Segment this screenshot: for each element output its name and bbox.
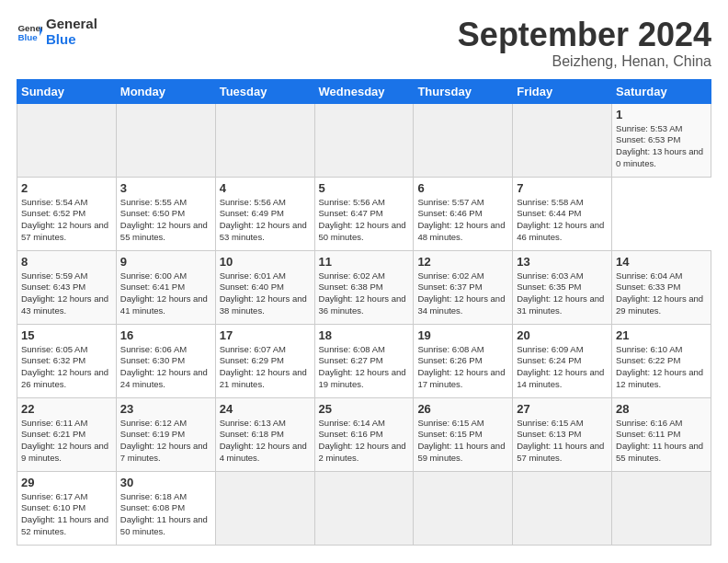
day-cell: 26Sunrise: 6:15 AMSunset: 6:15 PMDayligh… [414, 397, 513, 471]
day-cell: 15Sunrise: 6:05 AMSunset: 6:32 PMDayligh… [17, 324, 117, 397]
day-info: Sunrise: 6:04 AMSunset: 6:33 PMDaylight:… [616, 270, 707, 317]
day-number: 21 [616, 328, 707, 342]
day-info: Sunrise: 5:56 AMSunset: 6:49 PMDaylight:… [220, 197, 311, 244]
day-number: 26 [417, 402, 508, 416]
day-cell: 30Sunrise: 6:18 AMSunset: 6:08 PMDayligh… [116, 471, 215, 545]
day-number: 6 [417, 181, 508, 195]
day-number: 8 [21, 255, 112, 269]
day-info: Sunrise: 5:56 AMSunset: 6:47 PMDaylight:… [319, 197, 410, 244]
day-info: Sunrise: 5:58 AMSunset: 6:44 PMDaylight:… [517, 197, 608, 244]
day-info: Sunrise: 6:18 AMSunset: 6:08 PMDaylight:… [120, 491, 211, 538]
day-number: 30 [120, 476, 211, 489]
day-info: Sunrise: 6:08 AMSunset: 6:27 PMDaylight:… [319, 344, 410, 391]
empty-cell [314, 103, 414, 177]
day-cell: 12Sunrise: 6:02 AMSunset: 6:37 PMDayligh… [414, 250, 513, 324]
day-cell: 21Sunrise: 6:10 AMSunset: 6:22 PMDayligh… [612, 324, 711, 397]
day-info: Sunrise: 5:55 AMSunset: 6:50 PMDaylight:… [120, 197, 211, 244]
week-row: 15Sunrise: 6:05 AMSunset: 6:32 PMDayligh… [17, 324, 711, 397]
header-cell-monday: Monday [116, 79, 215, 103]
day-cell: 17Sunrise: 6:07 AMSunset: 6:29 PMDayligh… [215, 324, 314, 397]
day-cell: 25Sunrise: 6:14 AMSunset: 6:16 PMDayligh… [314, 397, 414, 471]
day-number: 2 [21, 181, 112, 195]
day-cell: 20Sunrise: 6:09 AMSunset: 6:24 PMDayligh… [513, 324, 612, 397]
day-info: Sunrise: 6:17 AMSunset: 6:10 PMDaylight:… [21, 491, 112, 538]
day-number: 16 [120, 328, 211, 342]
day-number: 1 [616, 108, 707, 121]
day-cell: 27Sunrise: 6:15 AMSunset: 6:13 PMDayligh… [513, 397, 612, 471]
month-title: September 2024 [458, 17, 711, 53]
day-number: 20 [517, 328, 608, 342]
day-info: Sunrise: 6:10 AMSunset: 6:22 PMDaylight:… [616, 344, 707, 391]
logo-blue: Blue [46, 32, 97, 48]
day-cell: 5Sunrise: 5:56 AMSunset: 6:47 PMDaylight… [314, 177, 414, 250]
empty-cell [17, 103, 117, 177]
day-cell: 6Sunrise: 5:57 AMSunset: 6:46 PMDaylight… [414, 177, 513, 250]
header-cell-wednesday: Wednesday [314, 79, 414, 103]
empty-cell [612, 471, 711, 545]
day-number: 29 [21, 476, 112, 489]
day-info: Sunrise: 6:05 AMSunset: 6:32 PMDaylight:… [21, 344, 112, 391]
day-cell: 7Sunrise: 5:58 AMSunset: 6:44 PMDaylight… [513, 177, 612, 250]
day-number: 28 [616, 402, 707, 416]
day-info: Sunrise: 5:53 AMSunset: 6:53 PMDaylight:… [616, 123, 707, 170]
location: Beizheng, Henan, China [458, 53, 711, 70]
empty-cell [513, 103, 612, 177]
week-row: 22Sunrise: 6:11 AMSunset: 6:21 PMDayligh… [17, 397, 711, 471]
day-info: Sunrise: 6:08 AMSunset: 6:26 PMDaylight:… [417, 344, 508, 391]
week-row: 8Sunrise: 5:59 AMSunset: 6:43 PMDaylight… [17, 250, 711, 324]
day-info: Sunrise: 6:12 AMSunset: 6:19 PMDaylight:… [120, 418, 211, 465]
day-cell: 22Sunrise: 6:11 AMSunset: 6:21 PMDayligh… [17, 397, 117, 471]
page: General Blue General Blue September 2024… [0, 0, 728, 555]
day-cell: 18Sunrise: 6:08 AMSunset: 6:27 PMDayligh… [314, 324, 414, 397]
day-info: Sunrise: 6:16 AMSunset: 6:11 PMDaylight:… [616, 418, 707, 465]
day-cell: 14Sunrise: 6:04 AMSunset: 6:33 PMDayligh… [612, 250, 711, 324]
day-number: 23 [120, 402, 211, 416]
day-number: 13 [517, 255, 608, 269]
day-number: 17 [220, 328, 311, 342]
day-cell: 9Sunrise: 6:00 AMSunset: 6:41 PMDaylight… [116, 250, 215, 324]
day-number: 14 [616, 255, 707, 269]
day-cell: 1Sunrise: 5:53 AMSunset: 6:53 PMDaylight… [612, 103, 711, 177]
week-row: 2Sunrise: 5:54 AMSunset: 6:52 PMDaylight… [17, 177, 711, 250]
day-info: Sunrise: 6:02 AMSunset: 6:37 PMDaylight:… [417, 270, 508, 317]
day-number: 25 [319, 402, 410, 416]
day-info: Sunrise: 6:11 AMSunset: 6:21 PMDaylight:… [21, 418, 112, 465]
day-number: 5 [319, 181, 410, 195]
day-cell: 4Sunrise: 5:56 AMSunset: 6:49 PMDaylight… [215, 177, 314, 250]
day-number: 18 [319, 328, 410, 342]
day-info: Sunrise: 6:02 AMSunset: 6:38 PMDaylight:… [319, 270, 410, 317]
empty-cell [414, 471, 513, 545]
day-number: 4 [220, 181, 311, 195]
day-cell: 19Sunrise: 6:08 AMSunset: 6:26 PMDayligh… [414, 324, 513, 397]
header-cell-friday: Friday [513, 79, 612, 103]
day-cell: 16Sunrise: 6:06 AMSunset: 6:30 PMDayligh… [116, 324, 215, 397]
day-info: Sunrise: 6:15 AMSunset: 6:15 PMDaylight:… [417, 418, 508, 465]
day-info: Sunrise: 6:01 AMSunset: 6:40 PMDaylight:… [220, 270, 311, 317]
day-number: 10 [220, 255, 311, 269]
day-cell: 28Sunrise: 6:16 AMSunset: 6:11 PMDayligh… [612, 397, 711, 471]
calendar-table: SundayMondayTuesdayWednesdayThursdayFrid… [17, 79, 711, 546]
header-cell-sunday: Sunday [17, 79, 117, 103]
day-number: 15 [21, 328, 112, 342]
day-info: Sunrise: 6:03 AMSunset: 6:35 PMDaylight:… [517, 270, 608, 317]
day-cell: 10Sunrise: 6:01 AMSunset: 6:40 PMDayligh… [215, 250, 314, 324]
day-cell: 29Sunrise: 6:17 AMSunset: 6:10 PMDayligh… [17, 471, 117, 545]
week-row: 1Sunrise: 5:53 AMSunset: 6:53 PMDaylight… [17, 103, 711, 177]
day-cell: 2Sunrise: 5:54 AMSunset: 6:52 PMDaylight… [17, 177, 117, 250]
day-number: 7 [517, 181, 608, 195]
logo: General Blue General Blue [17, 17, 97, 47]
week-row: 29Sunrise: 6:17 AMSunset: 6:10 PMDayligh… [17, 471, 711, 545]
logo-icon: General Blue [17, 19, 42, 45]
header-cell-thursday: Thursday [414, 79, 513, 103]
day-info: Sunrise: 5:59 AMSunset: 6:43 PMDaylight:… [21, 270, 112, 317]
day-cell: 8Sunrise: 5:59 AMSunset: 6:43 PMDaylight… [17, 250, 117, 324]
day-cell: 13Sunrise: 6:03 AMSunset: 6:35 PMDayligh… [513, 250, 612, 324]
svg-text:General: General [17, 22, 42, 32]
empty-cell [414, 103, 513, 177]
header: General Blue General Blue September 2024… [17, 17, 711, 70]
empty-cell [215, 471, 314, 545]
day-number: 19 [417, 328, 508, 342]
day-number: 24 [220, 402, 311, 416]
day-cell: 24Sunrise: 6:13 AMSunset: 6:18 PMDayligh… [215, 397, 314, 471]
day-number: 3 [120, 181, 211, 195]
